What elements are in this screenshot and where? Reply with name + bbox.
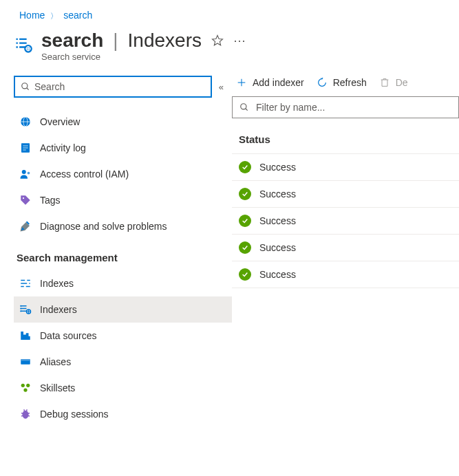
indexer-row[interactable]: Success: [232, 261, 459, 288]
status-text: Success: [259, 162, 296, 173]
status-text: Success: [259, 269, 296, 280]
indexer-row[interactable]: Success: [232, 207, 459, 234]
success-icon: [239, 161, 251, 173]
globe-icon: [19, 116, 32, 128]
indexers-icon: [19, 303, 32, 316]
svg-line-30: [28, 413, 30, 414]
success-icon: [239, 268, 251, 281]
aliases-icon: [19, 356, 32, 368]
data-icon: [19, 329, 32, 342]
svg-point-25: [21, 384, 25, 387]
refresh-icon: [317, 77, 328, 88]
indexer-row[interactable]: Success: [232, 234, 459, 261]
svg-line-32: [28, 415, 30, 416]
sidebar-search-input[interactable]: [34, 81, 205, 92]
svg-line-31: [21, 415, 23, 416]
sidebar-item-label: Debug sessions: [40, 409, 109, 420]
sidebar-item-indexes[interactable]: Indexes: [14, 270, 232, 296]
diagnose-icon: [19, 220, 32, 232]
resource-title: search: [41, 30, 103, 52]
breadcrumb-separator: 〉: [50, 12, 58, 20]
sidebar-item-label: Diagnose and solve problems: [40, 221, 167, 232]
bug-icon: [19, 408, 32, 420]
sidebar-item-tags[interactable]: Tags: [14, 187, 232, 213]
svg-point-12: [23, 197, 24, 199]
sidebar-item-overview[interactable]: Overview: [14, 109, 232, 135]
favorite-button[interactable]: [211, 34, 224, 47]
add-indexer-button[interactable]: Add indexer: [236, 77, 304, 88]
sidebar-item-label: Skillsets: [40, 382, 75, 393]
filter-box[interactable]: [232, 96, 459, 118]
success-icon: [239, 241, 251, 254]
svg-point-37: [241, 104, 246, 109]
search-icon: [21, 82, 30, 91]
filter-search-icon: [239, 102, 249, 112]
trash-icon: [379, 77, 390, 88]
success-icon: [239, 188, 251, 200]
title-separator: |: [113, 30, 118, 52]
sidebar-item-label: Tags: [40, 195, 61, 206]
collapse-sidebar-button[interactable]: «: [219, 82, 224, 92]
sidebar-item-label: Activity log: [40, 142, 86, 153]
breadcrumb-current[interactable]: search: [63, 10, 92, 21]
plus-icon: [236, 77, 247, 88]
sidebar-item-label: Indexes: [40, 278, 74, 289]
svg-point-10: [22, 170, 26, 174]
indexer-row[interactable]: Success: [232, 153, 459, 180]
tag-icon: [19, 194, 32, 206]
indexers-page-icon: [14, 35, 33, 54]
sidebar-item-data-sources[interactable]: Data sources: [14, 323, 232, 349]
sidebar: « OverviewActivity logAccess control (IA…: [0, 76, 232, 427]
svg-point-11: [28, 172, 30, 175]
sidebar-item-label: Overview: [40, 116, 80, 127]
svg-point-28: [23, 411, 29, 419]
sidebar-item-debug-sessions[interactable]: Debug sessions: [14, 401, 232, 427]
svg-point-19: [20, 305, 21, 307]
sidebar-item-skillsets[interactable]: Skillsets: [14, 375, 232, 401]
sidebar-search[interactable]: [14, 76, 212, 98]
log-icon: [19, 142, 32, 154]
svg-line-29: [21, 413, 23, 414]
delete-button: De: [379, 77, 408, 88]
svg-point-27: [23, 388, 27, 391]
delete-label: De: [396, 77, 408, 88]
status-text: Success: [259, 215, 296, 226]
svg-line-38: [246, 109, 248, 111]
indexer-row[interactable]: Success: [232, 180, 459, 207]
sidebar-item-indexers[interactable]: Indexers: [14, 296, 232, 323]
sidebar-item-diagnose-and-solve-problems[interactable]: Diagnose and solve problems: [14, 213, 232, 239]
breadcrumb: Home 〉 search: [0, 0, 459, 27]
sidebar-item-aliases[interactable]: Aliases: [14, 349, 232, 375]
filter-input[interactable]: [256, 102, 451, 113]
refresh-label: Refresh: [333, 77, 367, 88]
sidebar-item-activity-log[interactable]: Activity log: [14, 135, 232, 161]
svg-rect-24: [21, 359, 30, 360]
status-column-header: Status: [239, 133, 459, 145]
resource-subtitle: Search service: [41, 52, 247, 62]
iam-icon: [19, 168, 32, 180]
sidebar-item-label: Access control (IAM): [40, 169, 129, 180]
sidebar-section-label: Search management: [17, 252, 232, 263]
svg-point-21: [20, 310, 21, 312]
success-icon: [239, 215, 251, 227]
sidebar-item-label: Aliases: [40, 356, 71, 367]
svg-line-2: [27, 88, 29, 90]
indexes-icon: [19, 277, 32, 290]
sidebar-item-label: Indexers: [40, 304, 77, 315]
more-button[interactable]: ⋯: [233, 33, 247, 48]
skill-icon: [19, 382, 32, 394]
status-text: Success: [259, 188, 296, 199]
svg-point-1: [22, 83, 28, 89]
svg-line-34: [27, 409, 28, 411]
main-content: Add indexer Refresh De: [232, 76, 459, 427]
svg-point-20: [20, 307, 21, 309]
refresh-button[interactable]: Refresh: [317, 77, 367, 88]
sidebar-item-label: Data sources: [40, 330, 96, 341]
page-title: Indexers: [128, 30, 202, 52]
svg-point-26: [26, 384, 30, 387]
toolbar: Add indexer Refresh De: [232, 76, 459, 96]
sidebar-item-access-control-iam-[interactable]: Access control (IAM): [14, 161, 232, 187]
breadcrumb-home[interactable]: Home: [19, 10, 45, 21]
status-text: Success: [259, 242, 296, 253]
add-indexer-label: Add indexer: [253, 77, 304, 88]
